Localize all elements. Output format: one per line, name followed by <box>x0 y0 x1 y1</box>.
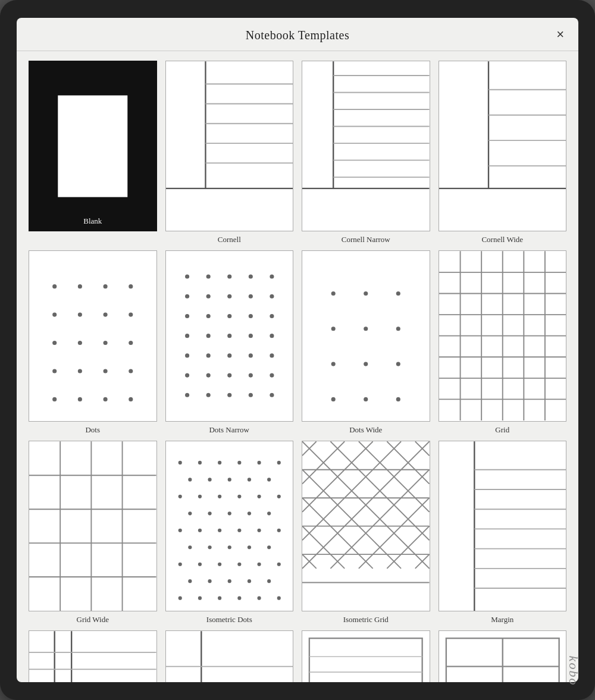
template-preview-grid <box>439 250 567 421</box>
template-plan-weekly[interactable]: Plan Weekly <box>439 630 567 682</box>
template-label-cornell-wide: Cornell Wide <box>481 235 523 244</box>
template-label-cornell: Cornell <box>218 235 241 244</box>
template-dots-narrow[interactable]: Dots Narrow <box>165 250 294 434</box>
template-preview-grid-wide <box>29 441 157 611</box>
svg-point-129 <box>267 511 271 515</box>
template-preview-margin <box>439 441 567 611</box>
template-preview-cornell-wide <box>439 61 567 231</box>
template-preview-dots-wide <box>302 250 430 421</box>
svg-point-155 <box>237 596 241 599</box>
svg-point-138 <box>227 545 231 549</box>
svg-point-26 <box>52 313 57 317</box>
svg-point-38 <box>52 397 57 401</box>
svg-point-150 <box>247 579 250 583</box>
dialog-title: Notebook Templates <box>246 29 349 42</box>
svg-point-58 <box>206 334 210 338</box>
svg-point-68 <box>206 373 210 378</box>
template-blank[interactable]: Blank <box>29 61 157 244</box>
template-cornell[interactable]: Cornell <box>165 61 294 244</box>
template-preview-cornell-narrow <box>302 61 430 231</box>
template-grid[interactable]: Grid <box>439 250 567 434</box>
template-label-cornell-narrow: Cornell Narrow <box>342 235 390 244</box>
template-label-isometric-dots: Isometric Dots <box>206 615 252 624</box>
template-cornell-narrow[interactable]: Cornell Narrow <box>302 61 430 244</box>
template-preview-dots <box>29 250 157 421</box>
svg-point-59 <box>227 334 231 338</box>
template-margin-wide[interactable]: Margin Wide <box>165 630 294 682</box>
kobo-brand: kobo <box>566 656 582 686</box>
svg-point-25 <box>129 284 133 288</box>
svg-point-114 <box>188 478 192 481</box>
svg-point-36 <box>104 369 108 373</box>
svg-point-130 <box>178 528 181 532</box>
svg-point-49 <box>227 294 231 299</box>
svg-point-118 <box>267 478 271 481</box>
svg-point-135 <box>277 528 280 532</box>
svg-point-88 <box>396 397 400 401</box>
svg-point-124 <box>277 494 280 498</box>
svg-point-66 <box>270 354 274 358</box>
template-grid-wide[interactable]: Grid Wide <box>29 441 157 624</box>
svg-point-67 <box>185 373 189 378</box>
svg-point-42 <box>185 275 189 279</box>
svg-point-149 <box>227 579 231 583</box>
template-margin-narrow[interactable]: Margin Narrow <box>29 630 157 682</box>
svg-point-45 <box>248 275 252 279</box>
svg-point-116 <box>227 478 231 481</box>
svg-point-120 <box>198 494 201 498</box>
svg-rect-206 <box>309 638 422 682</box>
header: Notebook Templates × <box>17 18 578 51</box>
template-isometric-grid[interactable]: Isometric Grid <box>302 441 430 624</box>
template-margin[interactable]: Margin <box>439 441 567 624</box>
svg-point-27 <box>78 313 82 317</box>
template-preview-plan-daily <box>302 630 430 682</box>
svg-point-127 <box>227 511 231 515</box>
svg-point-153 <box>198 596 201 599</box>
svg-point-151 <box>267 579 271 583</box>
svg-point-85 <box>396 362 400 366</box>
svg-point-30 <box>52 341 57 345</box>
template-label-grid-wide: Grid Wide <box>77 615 109 624</box>
svg-point-33 <box>129 341 133 345</box>
template-plan-daily[interactable]: Plan Daily <box>302 630 430 682</box>
svg-point-71 <box>270 373 274 378</box>
svg-point-24 <box>104 284 108 288</box>
svg-point-121 <box>218 494 221 498</box>
svg-point-48 <box>206 294 210 299</box>
svg-point-31 <box>78 341 82 345</box>
close-button[interactable]: × <box>556 28 564 41</box>
svg-point-64 <box>227 354 231 358</box>
template-preview-plan-weekly <box>439 630 567 682</box>
svg-point-62 <box>185 354 189 358</box>
template-preview-margin-narrow <box>29 630 157 682</box>
svg-point-147 <box>188 579 192 583</box>
svg-point-143 <box>218 562 221 566</box>
template-isometric-dots[interactable]: Isometric Dots <box>165 441 294 624</box>
svg-point-112 <box>257 460 261 464</box>
svg-point-148 <box>208 579 211 583</box>
svg-point-73 <box>206 393 210 397</box>
svg-point-123 <box>257 494 261 498</box>
svg-point-140 <box>267 545 271 549</box>
svg-point-108 <box>178 460 181 464</box>
svg-point-110 <box>218 460 221 464</box>
svg-point-23 <box>78 284 82 288</box>
svg-point-109 <box>198 460 201 464</box>
template-dots-wide[interactable]: Dots Wide <box>302 250 430 434</box>
svg-point-61 <box>270 334 274 338</box>
svg-point-39 <box>78 397 82 401</box>
svg-point-146 <box>277 562 280 566</box>
template-cornell-wide[interactable]: Cornell Wide <box>439 61 567 244</box>
svg-point-154 <box>218 596 221 599</box>
svg-point-69 <box>227 373 231 378</box>
svg-point-82 <box>396 327 400 331</box>
blank-label-inner: Blank <box>29 216 156 226</box>
template-preview-cornell <box>165 61 294 231</box>
svg-point-53 <box>206 314 210 318</box>
template-dots[interactable]: Dots <box>29 250 157 434</box>
svg-point-111 <box>237 460 241 464</box>
templates-grid: Blank Cornell <box>17 51 578 682</box>
svg-point-137 <box>208 545 211 549</box>
svg-point-134 <box>257 528 261 532</box>
svg-point-72 <box>185 393 189 397</box>
